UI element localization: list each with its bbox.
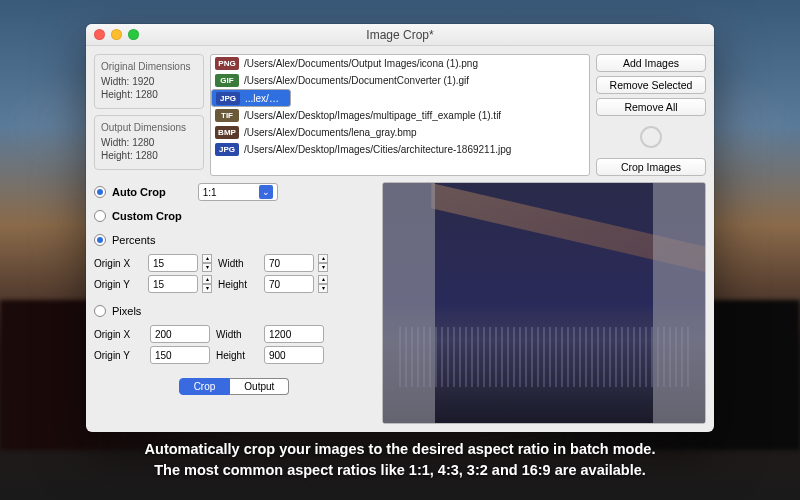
auto-crop-radio[interactable] (94, 186, 106, 198)
remove-selected-button[interactable]: Remove Selected (596, 76, 706, 94)
filetype-badge: PNG (215, 57, 239, 70)
percent-height-input[interactable]: 70 (264, 275, 314, 293)
percent-origin-y-stepper[interactable]: ▴▾ (202, 275, 212, 293)
filetype-badge: GIF (215, 74, 239, 87)
percent-origin-y-input[interactable]: 15 (148, 275, 198, 293)
file-row[interactable]: JPG/Users/Alex/Desktop/Images/Cities/arc… (211, 141, 589, 158)
pixel-height-input[interactable]: 900 (264, 346, 324, 364)
file-path: ...lex/Desktop/Images/Cities/new-york-ci… (245, 93, 286, 104)
filetype-badge: JPG (216, 92, 240, 105)
file-row[interactable]: GIF/Users/Alex/Documents/DocumentConvert… (211, 72, 589, 89)
chevron-down-icon: ⌄ (259, 185, 273, 199)
file-path: /Users/Alex/Documents/DocumentConverter … (244, 75, 585, 86)
pixel-origin-x-input[interactable]: 200 (150, 325, 210, 343)
percent-width-input[interactable]: 70 (264, 254, 314, 272)
percent-origin-x-stepper[interactable]: ▴▾ (202, 254, 212, 272)
percent-width-stepper[interactable]: ▴▾ (318, 254, 328, 272)
titlebar[interactable]: Image Crop* (86, 24, 714, 46)
segment-crop[interactable]: Crop (179, 378, 231, 395)
custom-crop-label: Custom Crop (112, 210, 182, 222)
auto-crop-label: Auto Crop (112, 186, 166, 198)
file-path: /Users/Alex/Documents/Output Images/icon… (244, 58, 585, 69)
percents-radio[interactable] (94, 234, 106, 246)
file-row[interactable]: PNG/Users/Alex/Documents/Output Images/i… (211, 55, 589, 72)
view-segmented-control[interactable]: Crop Output (179, 378, 290, 395)
file-row[interactable]: TIF/Users/Alex/Desktop/Images/multipage_… (211, 107, 589, 124)
app-window: Image Crop* Original Dimensions Width: 1… (86, 24, 714, 432)
window-title: Image Crop* (86, 28, 714, 42)
file-row[interactable]: BMP/Users/Alex/Documents/lena_gray.bmp (211, 124, 589, 141)
filetype-badge: JPG (215, 143, 239, 156)
add-images-button[interactable]: Add Images (596, 54, 706, 72)
custom-crop-radio[interactable] (94, 210, 106, 222)
pixels-radio[interactable] (94, 305, 106, 317)
output-dimensions-panel: Output Dimensions Width: 1280 Height: 12… (94, 115, 204, 170)
marketing-caption: Automatically crop your images to the de… (0, 439, 800, 483)
aspect-ratio-select[interactable]: 1:1⌄ (198, 183, 278, 201)
percent-origin-x-input[interactable]: 15 (148, 254, 198, 272)
filetype-badge: BMP (215, 126, 239, 139)
file-row[interactable]: JPG...lex/Desktop/Images/Cities/new-york… (211, 89, 291, 107)
filetype-badge: TIF (215, 109, 239, 122)
image-preview[interactable] (382, 182, 706, 424)
pixel-origin-y-input[interactable]: 150 (150, 346, 210, 364)
progress-spinner (640, 126, 662, 148)
crop-mask-left (383, 183, 435, 423)
pixel-width-input[interactable]: 1200 (264, 325, 324, 343)
crop-images-button[interactable]: Crop Images (596, 158, 706, 176)
crop-mask-right (653, 183, 705, 423)
file-list[interactable]: PNG/Users/Alex/Documents/Output Images/i… (210, 54, 590, 176)
original-dimensions-panel: Original Dimensions Width: 1920 Height: … (94, 54, 204, 109)
segment-output[interactable]: Output (230, 378, 289, 395)
remove-all-button[interactable]: Remove All (596, 98, 706, 116)
file-path: /Users/Alex/Documents/lena_gray.bmp (244, 127, 585, 138)
percent-height-stepper[interactable]: ▴▾ (318, 275, 328, 293)
file-path: /Users/Alex/Desktop/Images/Cities/archit… (244, 144, 585, 155)
file-path: /Users/Alex/Desktop/Images/multipage_tif… (244, 110, 585, 121)
